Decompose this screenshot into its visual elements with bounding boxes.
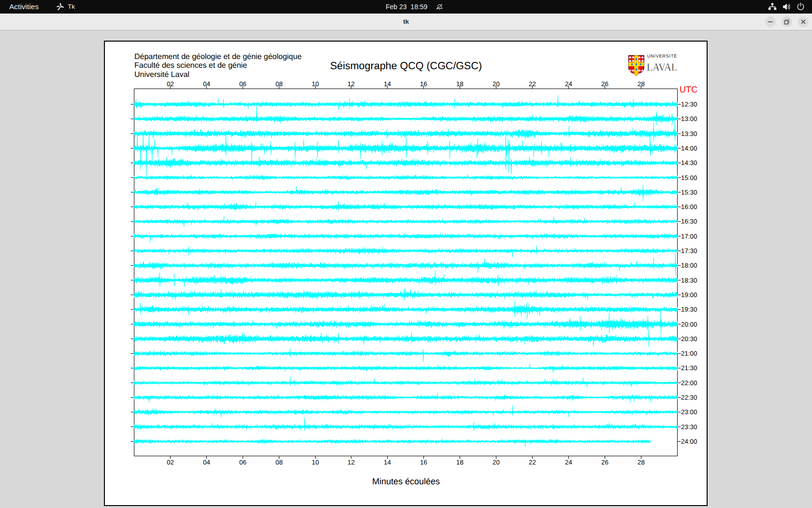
- svg-text:10: 10: [312, 80, 319, 88]
- svg-text:24: 24: [565, 459, 572, 466]
- svg-text:Université Laval: Université Laval: [134, 71, 189, 79]
- svg-text:Département de géologie et de: Département de géologie et de génie géol…: [134, 53, 302, 61]
- svg-text:16: 16: [420, 459, 427, 466]
- svg-text:13:30: 13:30: [681, 130, 697, 137]
- svg-text:22:30: 22:30: [681, 394, 697, 401]
- svg-text:21:00: 21:00: [681, 350, 697, 357]
- svg-text:18:30: 18:30: [681, 277, 697, 284]
- svg-text:15:00: 15:00: [681, 174, 697, 181]
- svg-text:08: 08: [276, 80, 283, 88]
- svg-text:18: 18: [456, 80, 464, 88]
- svg-text:22:00: 22:00: [681, 379, 697, 387]
- svg-text:12:30: 12:30: [681, 101, 697, 108]
- svg-text:26: 26: [601, 459, 609, 466]
- svg-text:06: 06: [239, 459, 246, 466]
- svg-text:16:00: 16:00: [681, 203, 697, 210]
- svg-text:22: 22: [529, 80, 536, 88]
- svg-text:UNIVERSITÉ: UNIVERSITÉ: [647, 53, 677, 59]
- svg-text:10: 10: [312, 459, 319, 466]
- svg-text:14:30: 14:30: [681, 159, 697, 166]
- svg-text:18:00: 18:00: [681, 262, 697, 269]
- svg-text:Faculté des sciences et de gén: Faculté des sciences et de génie: [134, 61, 247, 70]
- svg-text:04: 04: [203, 80, 210, 88]
- svg-text:20:30: 20:30: [681, 335, 697, 343]
- svg-text:14:00: 14:00: [681, 145, 697, 152]
- svg-text:UTC: UTC: [680, 85, 697, 94]
- svg-text:17:30: 17:30: [681, 247, 697, 254]
- svg-text:19:30: 19:30: [681, 306, 697, 313]
- svg-text:20:00: 20:00: [681, 321, 697, 328]
- svg-text:22: 22: [529, 459, 536, 466]
- svg-text:08: 08: [276, 459, 283, 466]
- svg-text:LAVAL: LAVAL: [647, 61, 677, 73]
- svg-text:21:30: 21:30: [681, 364, 697, 372]
- svg-text:12: 12: [348, 459, 355, 466]
- svg-text:06: 06: [239, 80, 246, 88]
- svg-text:12: 12: [348, 80, 355, 88]
- svg-text:Séismographe QCQ (CGC/GSC): Séismographe QCQ (CGC/GSC): [330, 60, 482, 72]
- svg-text:19:00: 19:00: [681, 291, 697, 299]
- svg-text:Minutes écoulées: Minutes écoulées: [372, 477, 440, 486]
- svg-text:18: 18: [456, 459, 464, 466]
- svg-text:16: 16: [420, 80, 427, 88]
- svg-text:04: 04: [203, 459, 210, 466]
- svg-text:26: 26: [601, 80, 609, 88]
- svg-text:24:00: 24:00: [681, 438, 697, 445]
- svg-text:14: 14: [384, 80, 391, 88]
- svg-text:17:00: 17:00: [681, 233, 697, 240]
- svg-text:16:30: 16:30: [681, 218, 697, 225]
- svg-text:20: 20: [493, 459, 500, 466]
- svg-text:28: 28: [638, 459, 645, 466]
- svg-text:28: 28: [638, 80, 645, 88]
- svg-text:13:00: 13:00: [681, 115, 697, 122]
- svg-text:02: 02: [167, 80, 174, 88]
- svg-text:23:30: 23:30: [681, 423, 697, 431]
- svg-text:02: 02: [167, 459, 174, 466]
- svg-text:23:00: 23:00: [681, 408, 697, 416]
- svg-text:24: 24: [565, 80, 572, 88]
- svg-text:15:30: 15:30: [681, 189, 697, 196]
- svg-text:20: 20: [493, 80, 500, 88]
- svg-text:14: 14: [384, 459, 391, 466]
